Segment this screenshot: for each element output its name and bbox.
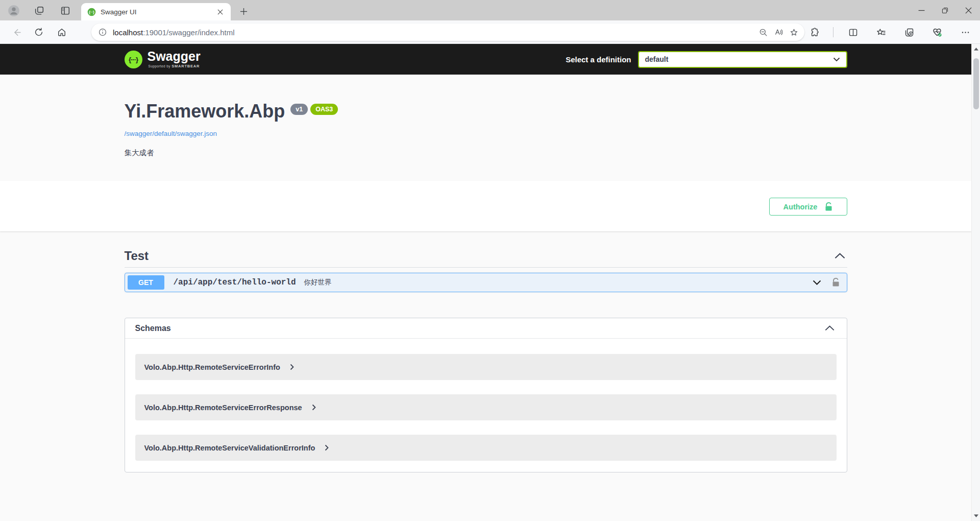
- operation-path: /api/app/test/hello-world: [174, 278, 296, 287]
- schemas-header[interactable]: Schemas: [125, 318, 847, 339]
- model-row-remote-service-error-response[interactable]: Volo.Abp.Http.RemoteServiceErrorResponse: [135, 394, 837, 420]
- extensions-icon[interactable]: [805, 25, 822, 39]
- tag-section-test[interactable]: Test: [125, 249, 847, 268]
- chevron-right-icon: [325, 444, 329, 451]
- swagger-favicon-icon: {··}: [87, 8, 96, 16]
- collapse-schemas-icon[interactable]: [823, 323, 837, 333]
- favorite-star-icon[interactable]: [786, 25, 801, 39]
- browser-titlebar: {··} Swagger UI: [0, 0, 980, 20]
- close-tab-icon[interactable]: [214, 6, 226, 17]
- api-title-text: Yi.Framework.Abp: [125, 100, 285, 123]
- read-aloud-icon[interactable]: [771, 25, 786, 39]
- chevron-down-icon: [833, 57, 840, 62]
- back-icon[interactable]: [9, 25, 23, 39]
- page-title: Yi.Framework.Abp v1 OAS3: [125, 100, 847, 123]
- swagger-logo[interactable]: {···} Swagger Supported by SMARTBEAR: [125, 50, 201, 68]
- address-bar[interactable]: localhost:19001/swagger/index.html: [91, 23, 804, 41]
- swagger-topbar: {···} Swagger Supported by SMARTBEAR Sel…: [0, 44, 971, 75]
- operation-summary: 你好世界: [304, 278, 332, 287]
- model-row-remote-service-validation-error-info[interactable]: Volo.Abp.Http.RemoteServiceValidationErr…: [135, 435, 837, 461]
- scroll-up-icon[interactable]: [972, 45, 980, 53]
- definition-select[interactable]: default: [638, 51, 847, 68]
- site-info-icon[interactable]: [98, 28, 107, 37]
- unlocked-padlock-icon: [825, 202, 832, 211]
- minimize-button[interactable]: [910, 0, 933, 20]
- home-icon[interactable]: [55, 25, 69, 39]
- select-definition-label: Select a definition: [566, 55, 631, 64]
- workspaces-icon[interactable]: [32, 4, 46, 18]
- new-tab-icon[interactable]: [237, 5, 250, 18]
- toolbar-divider: [833, 27, 834, 37]
- swagger-logo-icon: {···}: [125, 51, 142, 68]
- browser-essentials-icon[interactable]: [928, 25, 946, 39]
- refresh-icon[interactable]: [32, 25, 46, 39]
- collapse-test-icon[interactable]: [832, 251, 847, 261]
- info-section: Yi.Framework.Abp v1 OAS3 /swagger/defaul…: [125, 75, 847, 181]
- expand-operation-icon[interactable]: [812, 279, 822, 286]
- collections-icon[interactable]: [900, 25, 918, 39]
- tag-title: Test: [125, 249, 149, 263]
- url-text[interactable]: localhost:19001/swagger/index.html: [113, 28, 755, 37]
- authorize-button[interactable]: Authorize: [769, 198, 847, 216]
- zoom-out-icon[interactable]: [755, 25, 771, 39]
- api-description: 集大成者: [125, 148, 847, 158]
- model-name: Volo.Abp.Http.RemoteServiceErrorInfo: [144, 363, 280, 371]
- operation-get-hello-world[interactable]: GET /api/app/test/hello-world 你好世界: [125, 273, 847, 292]
- vertical-scrollbar[interactable]: [971, 44, 980, 521]
- swagger-logo-text: Swagger: [148, 50, 201, 63]
- scroll-down-icon[interactable]: [972, 512, 980, 520]
- favorites-bar-icon[interactable]: [872, 25, 890, 39]
- version-badge: v1: [290, 104, 308, 115]
- schemas-section: Schemas Volo.Abp.Http.RemoteServiceError…: [125, 318, 847, 472]
- swagger-page: {···} Swagger Supported by SMARTBEAR Sel…: [0, 44, 971, 521]
- url-path: :19001/swagger/index.html: [143, 28, 234, 37]
- split-screen-icon[interactable]: [844, 25, 862, 39]
- scrollbar-thumb[interactable]: [973, 58, 979, 109]
- scheme-container: Authorize: [0, 181, 971, 231]
- model-name: Volo.Abp.Http.RemoteServiceErrorResponse: [144, 404, 302, 412]
- url-host: localhost: [113, 28, 143, 37]
- definition-select-value: default: [645, 55, 669, 63]
- close-window-button[interactable]: [957, 0, 980, 20]
- browser-toolbar: localhost:19001/swagger/index.html: [0, 20, 980, 44]
- oas3-badge: OAS3: [310, 104, 338, 115]
- tab-actions-icon[interactable]: [58, 4, 72, 18]
- spec-link[interactable]: /swagger/default/swagger.json: [125, 130, 217, 137]
- restore-button[interactable]: [933, 0, 957, 20]
- profile-avatar-icon[interactable]: [7, 4, 21, 18]
- operation-lock-icon[interactable]: [831, 277, 841, 288]
- schemas-title: Schemas: [135, 324, 171, 333]
- svg-text:{··}: {··}: [89, 10, 94, 14]
- model-name: Volo.Abp.Http.RemoteServiceValidationErr…: [144, 444, 315, 452]
- settings-menu-icon[interactable]: [957, 25, 974, 39]
- swagger-logo-subtext: Supported by SMARTBEAR: [148, 64, 201, 68]
- chevron-right-icon: [290, 364, 294, 370]
- chevron-right-icon: [312, 404, 316, 411]
- tab-title: Swagger UI: [101, 8, 214, 16]
- method-badge: GET: [128, 275, 164, 290]
- browser-tab[interactable]: {··} Swagger UI: [81, 3, 231, 20]
- model-row-remote-service-error-info[interactable]: Volo.Abp.Http.RemoteServiceErrorInfo: [135, 354, 837, 380]
- authorize-label: Authorize: [783, 203, 818, 211]
